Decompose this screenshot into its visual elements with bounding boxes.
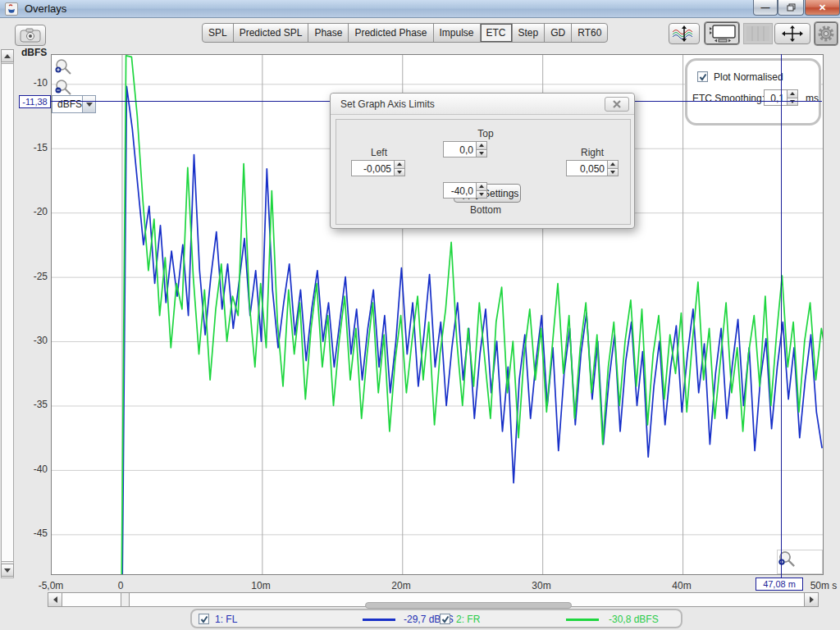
scroll-down-button[interactable] <box>1 564 14 577</box>
dialog-title-bar[interactable]: Set Graph Axis Limits <box>331 94 634 115</box>
trace-legend: 1: FL -29,7 dBFS 2: FR -30,8 dBFS <box>190 609 682 628</box>
vertical-scrollbar-thumb[interactable] <box>1 63 14 562</box>
scroll-right-button[interactable] <box>804 592 819 607</box>
dialog-close-button[interactable] <box>605 97 629 112</box>
gear-icon <box>817 25 835 43</box>
tab-step[interactable]: Step <box>512 23 546 43</box>
window-title: Overlays <box>25 2 66 15</box>
grid-icon <box>746 26 769 41</box>
minimize-button[interactable]: — <box>753 0 778 16</box>
spinner-up-button[interactable] <box>607 160 619 169</box>
tab-etc[interactable]: ETC <box>480 23 513 43</box>
spinner-up-button[interactable] <box>787 89 798 98</box>
tab-impulse[interactable]: Impulse <box>433 23 481 43</box>
y-unit-dropdown[interactable]: dBFS <box>52 95 96 113</box>
trace2-checkbox[interactable] <box>440 614 450 624</box>
tab-phase[interactable]: Phase <box>308 23 349 43</box>
zoom-out-icon <box>54 79 72 97</box>
y-tick-label: -30 <box>16 335 48 346</box>
zoom-in-icon <box>54 58 72 76</box>
trace1-checkbox[interactable] <box>199 614 209 624</box>
y-zoom-out-button[interactable] <box>54 79 72 95</box>
tab-spl[interactable]: SPL <box>202 23 234 43</box>
check-icon <box>441 615 450 623</box>
plot-normalised-checkbox[interactable] <box>697 71 708 82</box>
trace2-level: -30,8 dBFS <box>609 614 659 625</box>
x-tick-label: 10m <box>251 580 270 591</box>
etc-smoothing-value[interactable]: 0,1 <box>764 89 787 106</box>
chevron-down-icon <box>86 103 93 107</box>
move-arrows-icon <box>782 25 803 42</box>
trace-offset-button[interactable] <box>669 23 700 44</box>
tab-predicted-phase[interactable]: Predicted Phase <box>348 23 433 43</box>
spinner-down-button[interactable] <box>476 150 487 158</box>
y-tick-label: -35 <box>16 399 48 410</box>
y-tick-label: -15 <box>16 142 48 153</box>
down-arrow-icon <box>4 568 11 573</box>
legend-scroll-grip[interactable] <box>365 602 572 609</box>
bottom-limit-value[interactable]: -40,0 <box>443 182 476 199</box>
pan-button[interactable] <box>774 23 810 44</box>
right-arrow-icon <box>810 596 814 603</box>
capture-graph-button[interactable] <box>15 25 46 46</box>
set-axis-limits-dialog: Set Graph Axis Limits Top 0,0 Left -0,00… <box>330 93 635 229</box>
etc-smoothing-label: ETC Smoothing: <box>692 93 765 104</box>
restore-button[interactable] <box>778 0 804 16</box>
capture-window-button[interactable] <box>704 21 740 45</box>
bottom-label: Bottom <box>470 204 501 216</box>
spinner-down-button[interactable] <box>476 191 487 199</box>
left-limit-value[interactable]: -0,005 <box>351 160 394 176</box>
tab-gd[interactable]: GD <box>544 23 572 43</box>
y-tick-label: -45 <box>16 527 48 539</box>
close-icon <box>613 100 621 108</box>
close-icon: ✕ <box>819 3 826 12</box>
close-button[interactable]: ✕ <box>805 0 840 16</box>
check-icon <box>699 73 707 81</box>
tab-rt60[interactable]: RT60 <box>571 23 608 43</box>
level-cursor-readout: -11,38 <box>19 95 51 108</box>
spinner-up-button[interactable] <box>476 182 487 191</box>
vertical-scrollbar[interactable] <box>1 49 14 578</box>
y-zoom-in-button[interactable] <box>54 58 72 75</box>
camera-icon <box>20 28 41 43</box>
dropdown-button[interactable] <box>82 96 95 112</box>
up-arrow-icon <box>4 54 11 58</box>
dialog-title: Set Graph Axis Limits <box>340 98 435 110</box>
etc-controls-panel: Plot Normalised ETC Smoothing: 0,1 ms <box>685 58 821 126</box>
x-axis-end-label: 50m s <box>810 580 838 591</box>
tab-predicted-spl[interactable]: Predicted SPL <box>233 23 309 43</box>
trace1-color-swatch <box>363 619 395 621</box>
restore-icon <box>787 3 796 11</box>
app-icon <box>5 2 18 16</box>
scroll-left-button[interactable] <box>48 592 62 607</box>
x-zoom-panel <box>777 550 823 574</box>
top-label: Top <box>477 128 493 139</box>
scroll-up-button[interactable] <box>1 49 14 62</box>
spinner-down-button[interactable] <box>394 169 405 177</box>
horizontal-scrollbar-thumb[interactable] <box>121 592 130 607</box>
graph-settings-button[interactable] <box>814 21 838 46</box>
bottom-limit-spinner[interactable]: -40,0 <box>443 182 487 199</box>
spinner-down-button[interactable] <box>787 98 798 107</box>
window-icon <box>708 25 736 43</box>
left-label: Left <box>371 147 387 158</box>
spinner-up-button[interactable] <box>476 141 487 150</box>
trace2-label: 2: FR <box>456 614 480 625</box>
time-cursor-line <box>781 54 782 578</box>
left-limit-spinner[interactable]: -0,005 <box>351 160 405 176</box>
spinner-down-button[interactable] <box>607 169 619 177</box>
right-limit-value[interactable]: 0,050 <box>566 160 607 176</box>
top-limit-spinner[interactable]: 0,0 <box>443 141 487 158</box>
traces-arrows-icon <box>672 25 696 42</box>
x-tick-label: 0 <box>118 580 124 591</box>
x-tick-label: 40m <box>672 580 691 591</box>
trace2-color-swatch <box>566 619 599 621</box>
dialog-body: Top 0,0 Left -0,005 Apply Settings Right… <box>336 119 631 225</box>
minimize-icon: — <box>761 3 770 12</box>
top-limit-value[interactable]: 0,0 <box>443 141 476 158</box>
disabled-grid-button <box>743 23 773 44</box>
right-limit-spinner[interactable]: 0,050 <box>566 160 619 176</box>
spinner-up-button[interactable] <box>394 160 405 169</box>
plot-normalised-label: Plot Normalised <box>714 71 783 83</box>
x-tick-label: 30m <box>532 580 550 591</box>
